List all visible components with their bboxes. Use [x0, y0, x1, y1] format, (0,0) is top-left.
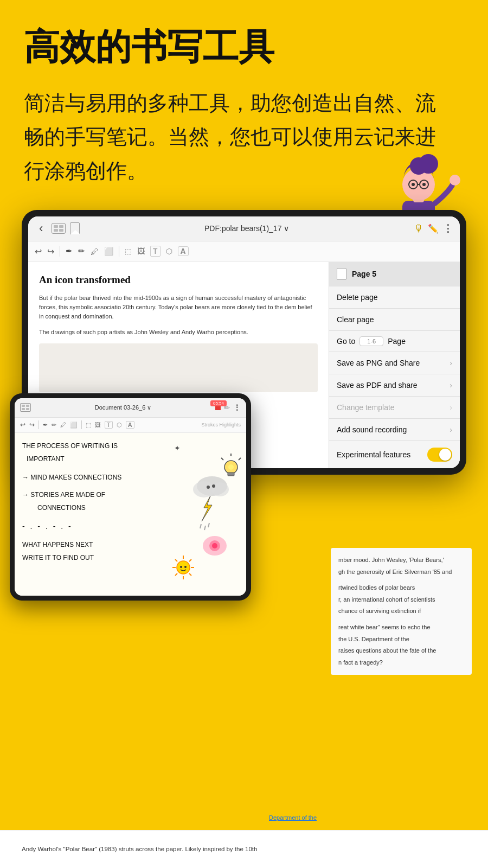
cont-text8: reat white bear" seems to echo the: [338, 623, 464, 633]
svg-line-29: [189, 573, 191, 576]
cont-text2: gh the generosity of Eric Silverman '85 …: [338, 567, 464, 577]
second-toolbar: Document 03-26_6 ∨ ✏ ⋮ 05:54: [15, 398, 246, 418]
menu-item-change-template[interactable]: Change template ›: [329, 397, 460, 419]
s-pencil[interactable]: ✏: [52, 422, 56, 429]
cont-text1: mber mood. John Wesley, 'Polar Bears,': [338, 556, 464, 565]
tool-divider-2: [119, 246, 119, 257]
svg-text:✦: ✦: [174, 444, 181, 452]
back-button[interactable]: ‹: [35, 219, 47, 238]
drawing-toolbar: ↩ ↪ ✒ ✏ 🖊 ⬜ ⬚ 🖼 T ⬡ A: [28, 241, 460, 262]
save-png-label: Save as PNG and Share: [337, 359, 420, 367]
chevron-icon-sound: ›: [450, 425, 452, 434]
menu-page-title: Page 5: [352, 270, 376, 278]
svg-line-33: [175, 559, 177, 561]
goto-input[interactable]: [359, 336, 383, 346]
font-tool-btn[interactable]: A: [178, 246, 189, 256]
cont-text5: r, an international cohort of scientists: [338, 595, 464, 605]
svg-rect-37: [228, 473, 234, 476]
pencil-tool-btn[interactable]: ✏: [78, 246, 85, 256]
ipad-second: Document 03-26_6 ∨ ✏ ⋮ 05:54 ↩ ↪ ✒ ✏ 🖊: [10, 393, 251, 601]
ipad-second-screen: Document 03-26_6 ∨ ✏ ⋮ 05:54 ↩ ↪ ✒ ✏ 🖊: [15, 398, 246, 596]
s-divider: [38, 420, 39, 429]
s-select[interactable]: ⬚: [86, 422, 91, 429]
dept-label[interactable]: Department of the: [269, 814, 317, 821]
page-thumb-icon: [337, 268, 346, 280]
doodles-svg: ✦: [171, 437, 242, 589]
pen-tool-btn[interactable]: ✒: [66, 246, 73, 256]
select-tool-btn[interactable]: ⬚: [125, 247, 132, 256]
article-title: An icon transformed: [39, 274, 318, 286]
s-pen[interactable]: ✒: [43, 422, 48, 429]
svg-point-16: [211, 482, 229, 496]
s-image[interactable]: 🖼: [95, 422, 101, 428]
pen-icon[interactable]: ✏️: [428, 224, 439, 234]
chevron-icon-pdf: ›: [450, 381, 452, 390]
footer-bar: Andy Warhol's "Polar Bear" (1983) struts…: [0, 830, 488, 868]
add-sound-label: Add sound recording: [337, 425, 407, 434]
grid-icon[interactable]: [52, 223, 66, 234]
second-toolbar-title: Document 03-26_6 ∨: [34, 404, 212, 411]
main-toolbar: ‹ PDF:polar bears(1)_17 ∨ 🎙 ✏️ ⋮: [28, 216, 460, 241]
s-text[interactable]: T: [105, 421, 113, 429]
text-tool-btn[interactable]: T: [150, 246, 160, 257]
clear-page-label: Clear page: [337, 315, 374, 324]
menu-item-experimental: Experimental features: [329, 441, 460, 468]
strokes-highlight-label: Strokes Highlights: [201, 422, 241, 427]
svg-point-24: [212, 543, 217, 548]
svg-line-21: [208, 523, 209, 527]
bookmark-icon[interactable]: [70, 222, 80, 234]
svg-line-19: [200, 524, 201, 528]
article-para2: The drawings of such pop artists as John…: [39, 328, 318, 337]
top-section: 高效的书写工具 简洁与易用的多种工具，助您创造出自然、流畅的手写笔记。当然，您也…: [0, 0, 488, 194]
eraser-tool-btn[interactable]: ⬜: [104, 247, 113, 256]
second-more-icon[interactable]: ⋮: [233, 403, 241, 412]
s-font[interactable]: A: [126, 421, 134, 429]
more-icon[interactable]: ⋮: [443, 222, 453, 234]
article-para1: But if the polar bear thrived into the m…: [39, 293, 318, 321]
image-tool-btn[interactable]: 🖼: [137, 247, 145, 256]
menu-item-save-png[interactable]: Save as PNG and Share ›: [329, 352, 460, 374]
cont-text9: the U.S. Department of the: [338, 635, 464, 644]
s-redo[interactable]: ↪: [29, 421, 35, 429]
lasso-tool-btn[interactable]: ⬡: [166, 247, 172, 256]
menu-item-goto[interactable]: Go to Page: [329, 331, 460, 352]
svg-point-12: [412, 183, 415, 186]
svg-point-41: [228, 464, 234, 470]
delete-page-label: Delete page: [337, 293, 378, 302]
experimental-label: Experimental features: [337, 450, 410, 459]
page-suffix: Page: [388, 337, 406, 346]
svg-point-18: [212, 484, 215, 488]
redo-btn[interactable]: ↪: [47, 246, 54, 257]
menu-item-save-pdf[interactable]: Save as PDF and share ›: [329, 374, 460, 397]
article-continuation: mber mood. John Wesley, 'Polar Bears,' g…: [331, 548, 472, 675]
toggle-switch[interactable]: [427, 448, 452, 462]
svg-line-40: [221, 458, 223, 460]
menu-item-delete[interactable]: Delete page: [329, 286, 460, 309]
doodle-container: ✦: [171, 437, 242, 589]
chevron-icon-png: ›: [450, 359, 452, 367]
marker-tool-btn[interactable]: 🖊: [91, 247, 99, 256]
second-drawing-tools: ↩ ↪ ✒ ✏ 🖊 ⬜ ⬚ 🖼 T ⬡ A Strokes Highlight: [15, 418, 246, 433]
s-undo[interactable]: ↩: [20, 421, 25, 429]
toggle-knob: [439, 449, 451, 461]
save-pdf-label: Save as PDF and share: [337, 381, 418, 390]
svg-point-17: [207, 486, 210, 489]
cont-text10: raises questions about the fate of the: [338, 646, 464, 656]
dept-text: Department of the: [269, 814, 317, 821]
s-lasso[interactable]: ⬡: [117, 422, 122, 429]
s-divider2: [81, 420, 82, 429]
toolbar-title-main: PDF:polar bears(1)_17 ∨: [84, 224, 409, 233]
chevron-icon-template: ›: [450, 403, 452, 412]
s-eraser[interactable]: ⬜: [70, 422, 78, 429]
menu-item-sound[interactable]: Add sound recording ›: [329, 419, 460, 441]
grid-icon-small[interactable]: [20, 403, 31, 412]
goto-label: Go to: [337, 337, 355, 346]
svg-line-39: [239, 458, 241, 460]
mic-icon[interactable]: 🎙: [414, 223, 423, 234]
svg-line-20: [204, 526, 206, 530]
menu-item-clear[interactable]: Clear page: [329, 309, 460, 331]
undo-btn[interactable]: ↩: [35, 246, 42, 257]
footer-text: Andy Warhol's "Polar Bear" (1983) struts…: [22, 845, 257, 854]
s-marker[interactable]: 🖊: [60, 422, 66, 428]
menu-header: Page 5: [329, 262, 460, 286]
